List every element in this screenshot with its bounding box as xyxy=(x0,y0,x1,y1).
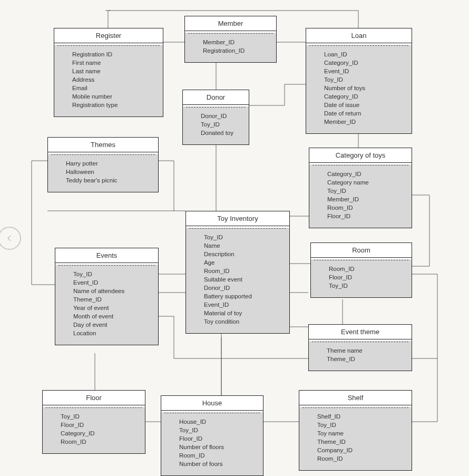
attr: Number of toys xyxy=(324,85,406,91)
attr: Theme_ID xyxy=(317,439,406,445)
divider xyxy=(186,226,289,228)
divider xyxy=(48,152,158,154)
entity-attrs: Shelf_ID Toy_ID Toy name Theme_ID Compan… xyxy=(299,407,412,470)
attr: Event_ID xyxy=(204,302,284,308)
attr: Day of event xyxy=(73,322,153,328)
attr: Date of return xyxy=(324,110,406,116)
attr: Shelf_ID xyxy=(317,413,406,420)
attr: Theme_ID xyxy=(73,296,153,303)
attr: Category name xyxy=(327,179,406,186)
divider xyxy=(306,43,412,45)
attr: Month of event xyxy=(73,313,153,319)
entity-event-theme[interactable]: Event theme Theme name Theme_ID xyxy=(308,324,412,371)
attr: Category_ID xyxy=(327,171,406,177)
attr: Year of event xyxy=(73,305,153,311)
attr: Toy_ID xyxy=(201,121,243,128)
entity-title: Loan xyxy=(306,28,412,43)
entity-house[interactable]: House House_ID Toy_ID Floor_ID Number of… xyxy=(161,395,263,476)
divider xyxy=(185,31,276,33)
divider xyxy=(54,43,163,45)
attr: Donated toy xyxy=(201,130,243,136)
attr: Toy_ID xyxy=(73,271,153,277)
attr: Harry potter xyxy=(66,160,153,167)
attr: Event_ID xyxy=(73,279,153,286)
entity-events[interactable]: Events Toy_ID Event_ID Name of attendees… xyxy=(55,248,159,345)
entity-title: Floor xyxy=(43,391,145,405)
entity-attrs: Toy_ID Event_ID Name of attendees Theme_… xyxy=(55,265,158,345)
entity-title: Events xyxy=(55,248,158,263)
entity-register[interactable]: Register Registration ID First name Last… xyxy=(54,28,163,117)
entity-title: Donor xyxy=(183,90,249,104)
divider xyxy=(311,257,412,259)
entity-member[interactable]: Member Member_ID Registration_ID xyxy=(184,16,277,63)
attr: Member_ID xyxy=(203,39,271,45)
attr: Donor_ID xyxy=(201,113,243,119)
attr: Category_ID xyxy=(324,93,406,100)
entity-category[interactable]: Category of toys Category_ID Category na… xyxy=(309,148,412,228)
entity-floor[interactable]: Floor Toy_ID Floor_ID Category_ID Room_I… xyxy=(42,390,145,454)
attr: Floor_ID xyxy=(61,422,140,428)
entity-donor[interactable]: Donor Donor_ID Toy_ID Donated toy xyxy=(182,90,249,145)
attr: Toy_ID xyxy=(179,427,258,433)
entity-title: Shelf xyxy=(299,391,412,405)
entity-attrs: Registration ID First name Last name Add… xyxy=(54,45,163,116)
entity-attrs: Member_ID Registration_ID xyxy=(185,33,276,62)
divider xyxy=(55,263,158,265)
divider xyxy=(309,162,412,164)
attr: Room_ID xyxy=(179,452,258,459)
attr: Date of issue xyxy=(324,102,406,108)
attr: Event_ID xyxy=(324,68,406,74)
entity-themes[interactable]: Themes Harry potter Halloween Teddy bear… xyxy=(47,137,159,192)
entity-title: Member xyxy=(185,16,276,31)
attr: Category_ID xyxy=(61,430,140,436)
attr: Location xyxy=(73,330,153,336)
attr: Toy name xyxy=(317,430,406,436)
entity-title: Register xyxy=(54,28,163,43)
attr: Member_ID xyxy=(327,196,406,202)
entity-shelf[interactable]: Shelf Shelf_ID Toy_ID Toy name Theme_ID … xyxy=(299,390,412,471)
attr: Suitable event xyxy=(204,276,284,283)
entity-title: Themes xyxy=(48,138,158,152)
divider xyxy=(309,339,412,341)
attr: Name of attendees xyxy=(73,288,153,294)
attr: Toy_ID xyxy=(317,422,406,428)
er-diagram-canvas: Register Registration ID First name Last… xyxy=(0,0,469,476)
entity-title: Toy Inventory xyxy=(186,211,289,226)
attr: Donor_ID xyxy=(204,285,284,291)
entity-title: Room xyxy=(311,243,412,257)
entity-loan[interactable]: Loan Loan_ID Category_ID Event_ID Toy_ID… xyxy=(306,28,412,134)
entity-attrs: Toy_ID Name Description Age Room_ID Suit… xyxy=(186,228,289,333)
back-button[interactable] xyxy=(0,227,21,250)
attr: Theme_ID xyxy=(327,356,406,362)
attr: Halloween xyxy=(66,169,153,175)
entity-title: Category of toys xyxy=(309,148,412,162)
attr: Email xyxy=(72,85,158,91)
attr: Loan_ID xyxy=(324,51,406,57)
attr: Room_ID xyxy=(204,268,284,274)
attr: Mobile number xyxy=(72,93,158,100)
divider xyxy=(161,410,263,412)
entity-attrs: Donor_ID Toy_ID Donated toy xyxy=(183,106,249,144)
entity-attrs: Loan_ID Category_ID Event_ID Toy_ID Numb… xyxy=(306,45,412,133)
entity-attrs: Room_ID Floor_ID Toy_ID xyxy=(311,259,412,297)
entity-attrs: House_ID Toy_ID Floor_ID Number of floor… xyxy=(161,412,263,475)
attr: Last name xyxy=(72,68,158,74)
entity-attrs: Theme name Theme_ID xyxy=(309,341,412,371)
attr: Material of toy xyxy=(204,310,284,316)
attr: Name xyxy=(204,242,284,249)
attr: Room_ID xyxy=(317,455,406,462)
entity-toy-inventory[interactable]: Toy Inventory Toy_ID Name Description Ag… xyxy=(185,211,290,334)
attr: Toy_ID xyxy=(329,283,406,289)
attr: Description xyxy=(204,251,284,257)
attr: Age xyxy=(204,259,284,266)
entity-room[interactable]: Room Room_ID Floor_ID Toy_ID xyxy=(310,242,412,298)
attr: Room_ID xyxy=(327,205,406,211)
attr: Battery supported xyxy=(204,293,284,299)
attr: Company_ID xyxy=(317,447,406,453)
attr: Registration type xyxy=(72,102,158,108)
attr: Registration_ID xyxy=(203,47,271,54)
attr: Floor_ID xyxy=(329,274,406,280)
attr: Number of foors xyxy=(179,461,258,467)
entity-title: Event theme xyxy=(309,325,412,339)
attr: Registration ID xyxy=(72,51,158,57)
